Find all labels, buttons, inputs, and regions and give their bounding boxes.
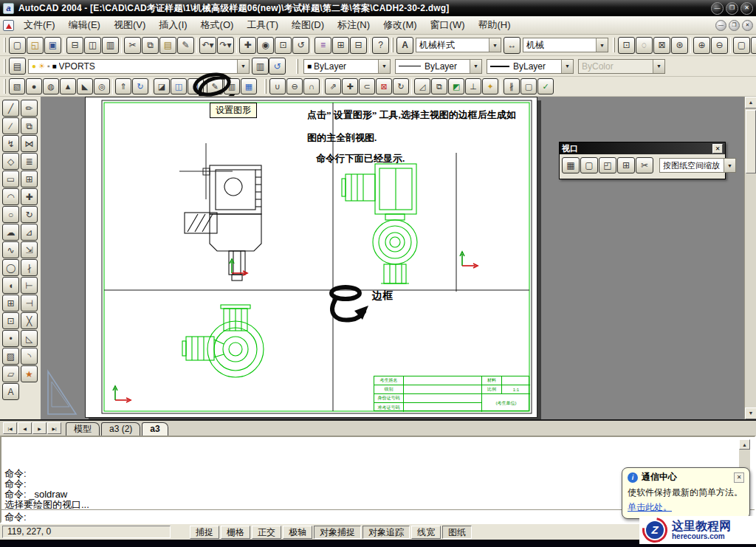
status-toggle[interactable]: 对象捕捉 (314, 526, 361, 539)
rotate-icon[interactable]: ↻ (21, 206, 38, 223)
viewport-scale-select[interactable]: 按图纸空间缩放 ▼ (659, 158, 736, 173)
hatch-icon[interactable]: ▨ (2, 348, 19, 365)
menu-item[interactable]: 视图(V) (107, 17, 152, 33)
spline-icon[interactable]: ∿ (2, 241, 19, 258)
subtract-icon[interactable]: ⊖ (286, 78, 303, 94)
scroll-up-icon[interactable]: ▲ (739, 439, 750, 450)
break-icon[interactable]: ╳ (21, 312, 38, 329)
pan-icon[interactable]: ✚ (239, 37, 256, 54)
explode-icon[interactable]: ★ (21, 365, 38, 382)
properties-icon[interactable]: ≡ (315, 37, 331, 54)
offset-icon[interactable]: ≣ (21, 153, 38, 170)
zoom-dynamic-icon[interactable]: ◌ (636, 37, 653, 54)
help-icon[interactable]: ? (372, 37, 389, 54)
status-toggle[interactable]: 捕捉 (190, 526, 219, 539)
dim-style-icon[interactable]: ↔ (504, 37, 520, 54)
linetype-select[interactable]: ByLayer ▼ (395, 59, 482, 74)
menu-item[interactable]: 绘图(D) (285, 17, 331, 33)
layout-tab[interactable]: a3 (142, 422, 168, 436)
clean-icon[interactable]: ✦ (482, 78, 498, 94)
zoom-extents-icon[interactable]: ▢ (733, 37, 750, 54)
menu-item[interactable]: 帮助(H) (472, 17, 518, 33)
revolve-icon[interactable]: ↻ (132, 78, 148, 94)
balloon-link[interactable]: 单击此处。 (628, 501, 672, 514)
ellipse-arc-icon[interactable]: ◖ (2, 277, 19, 294)
zoom-previous-icon[interactable]: ↺ (292, 37, 309, 54)
array-icon[interactable]: ⊞ (21, 171, 38, 188)
menu-item[interactable]: 工具(T) (240, 17, 285, 33)
chevron-down-icon[interactable]: ▼ (237, 60, 249, 73)
layer-states-icon[interactable]: ▥ (252, 58, 269, 75)
chamfer-icon[interactable]: ◺ (21, 330, 38, 347)
layer-previous-icon[interactable]: ↺ (269, 58, 286, 75)
menu-item[interactable]: 窗口(W) (424, 17, 472, 33)
child-close-button[interactable]: ✕ (742, 20, 753, 31)
circle-icon[interactable]: ○ (2, 206, 19, 223)
toolbar-grip[interactable] (4, 59, 6, 74)
toolbar-grip[interactable] (296, 59, 298, 74)
torus-icon[interactable]: ◎ (94, 78, 110, 94)
lineweight-select[interactable]: ByLayer ▼ (487, 59, 574, 74)
restore-button[interactable]: ❐ (726, 2, 738, 15)
mirror-icon[interactable]: ⋈ (21, 135, 38, 152)
minimize-button[interactable]: — (711, 2, 724, 15)
erase-icon[interactable]: ✏ (21, 100, 38, 117)
chevron-down-icon[interactable]: ▼ (596, 38, 608, 52)
polygonal-viewport-icon[interactable]: ◰ (599, 157, 616, 173)
revcloud-icon[interactable]: ☁ (2, 224, 19, 241)
convert-to-viewport-icon[interactable]: ⊞ (617, 157, 635, 173)
dim-style-select[interactable]: 机械 ▼ (523, 38, 608, 52)
setup-profile-icon[interactable]: ▦ (241, 78, 257, 94)
close-icon[interactable]: ✕ (734, 472, 744, 483)
zoom-scale-icon[interactable]: ⊠ (653, 37, 670, 54)
tab-first-button[interactable]: |◀ (3, 422, 17, 434)
save-icon[interactable]: ▣ (44, 37, 61, 54)
check-icon[interactable]: ✓ (537, 78, 554, 94)
line-icon[interactable]: ╱ (2, 100, 19, 117)
ellipse-icon[interactable]: ◯ (2, 259, 19, 276)
vertical-scrollbar[interactable]: ▲ ▼ (744, 97, 756, 419)
imprint-icon[interactable]: ⊥ (465, 78, 481, 94)
construction-line-icon[interactable]: ∕ (2, 117, 19, 134)
scale-icon[interactable]: ⊿ (21, 224, 38, 241)
wedge-icon[interactable]: ◣ (77, 78, 93, 94)
arc-icon[interactable]: ◠ (2, 188, 19, 205)
scroll-up-icon[interactable]: ▲ (745, 97, 756, 109)
status-toggle[interactable]: 极轴 (283, 526, 312, 539)
new-icon[interactable]: ▢ (9, 37, 26, 54)
chevron-down-icon[interactable]: ▼ (489, 38, 501, 52)
make-block-icon[interactable]: ⊡ (2, 312, 19, 329)
menu-item[interactable]: 格式(O) (194, 17, 241, 33)
polyline-icon[interactable]: ↯ (2, 135, 19, 152)
insert-block-icon[interactable]: ⊞ (2, 295, 19, 312)
redo-icon[interactable]: ↷▾ (217, 37, 234, 54)
clip-viewport-icon[interactable]: ✂ (636, 157, 653, 173)
status-toggle[interactable]: 图纸 (442, 526, 472, 539)
union-icon[interactable]: ∪ (269, 78, 286, 94)
color-faces-icon[interactable]: ◩ (448, 78, 464, 94)
rectangle-icon[interactable]: ▭ (2, 171, 19, 188)
polygon-icon[interactable]: ◇ (2, 153, 19, 170)
child-minimize-button[interactable]: — (715, 20, 726, 31)
status-toggle[interactable]: 正交 (252, 526, 281, 539)
region-icon[interactable]: ▱ (2, 365, 19, 382)
zoom-realtime-icon[interactable]: ◉ (257, 37, 274, 54)
sphere-icon[interactable]: ● (26, 78, 42, 94)
layout-tab[interactable]: 模型 (66, 422, 100, 436)
slice-icon[interactable]: ◪ (154, 78, 170, 94)
chevron-down-icon[interactable]: ▼ (561, 60, 573, 73)
chevron-down-icon[interactable]: ▼ (470, 60, 481, 73)
text-style-select[interactable]: 机械样式 ▼ (416, 38, 501, 52)
section-icon[interactable]: ◫ (171, 78, 187, 94)
designcenter-icon[interactable]: ⊞ (332, 37, 349, 54)
color-select[interactable]: ■ ByLayer ▼ (303, 59, 391, 74)
chevron-down-icon[interactable]: ▼ (724, 159, 735, 172)
toolpalettes-icon[interactable]: ⊟ (350, 37, 367, 54)
chevron-down-icon[interactable]: ▼ (378, 60, 390, 73)
menu-item[interactable]: 文件(F) (17, 17, 62, 33)
close-button[interactable]: ✕ (740, 2, 753, 15)
scroll-down-icon[interactable]: ▼ (745, 407, 756, 419)
shell-icon[interactable]: ▢ (520, 78, 537, 94)
cut-icon[interactable]: ✂ (124, 37, 141, 54)
rotate-faces-icon[interactable]: ↻ (393, 78, 409, 94)
